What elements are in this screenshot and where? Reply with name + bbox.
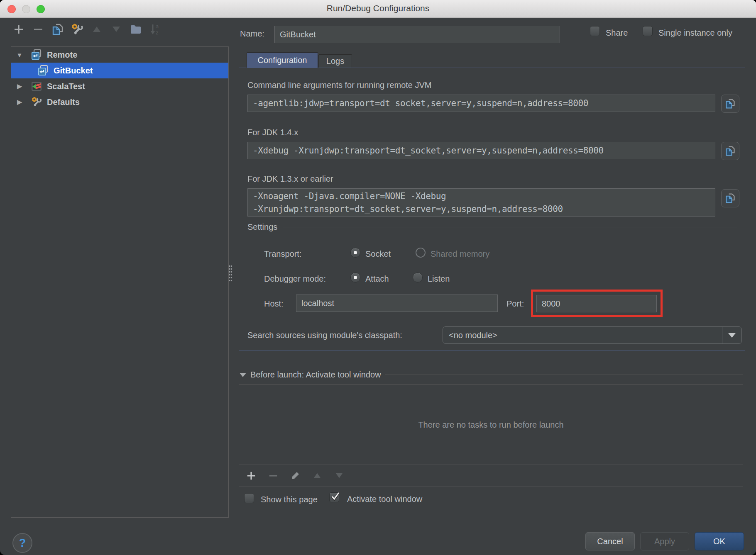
port-highlight-annotation xyxy=(531,290,663,317)
transport-shared-memory-label: Shared memory xyxy=(431,249,489,259)
sort-alphabetically-button[interactable]: a z xyxy=(148,22,162,37)
host-label: Host: xyxy=(264,299,284,309)
jdk13-line1: -Xnoagent -Djava.compiler=NONE -Xdebug xyxy=(253,190,710,203)
share-checkbox[interactable] xyxy=(590,26,600,36)
combo-arrow-button[interactable] xyxy=(722,327,741,343)
host-input[interactable] xyxy=(296,295,498,312)
show-this-page-checkbox[interactable] xyxy=(244,493,254,503)
debugger-listen-radio[interactable] xyxy=(413,273,423,282)
copy-icon xyxy=(725,146,736,156)
search-sources-label: Search sources using module's classpath: xyxy=(247,331,402,340)
jdk13-input[interactable]: -Xnoagent -Djava.compiler=NONE -Xdebug -… xyxy=(247,188,715,217)
arrow-down-icon xyxy=(111,24,122,35)
before-launch-label: Before launch: Activate tool window xyxy=(250,370,381,380)
copy-icon xyxy=(725,98,736,109)
arrow-up-icon xyxy=(91,24,102,35)
activate-tool-window-checkbox[interactable] xyxy=(329,492,339,502)
tree-item-remote[interactable]: ▼ Remote xyxy=(11,47,228,63)
minus-icon xyxy=(268,471,278,481)
copy-icon xyxy=(51,23,64,36)
copy-configuration-button[interactable] xyxy=(51,22,65,37)
tree-item-defaults[interactable]: ▶ Defaults xyxy=(11,94,228,110)
jdk14-label: For JDK 1.4.x xyxy=(247,128,298,137)
transport-socket-label[interactable]: Socket xyxy=(365,249,391,259)
show-this-page-label[interactable]: Show this page xyxy=(261,495,318,504)
cmd-args-input[interactable] xyxy=(247,95,715,112)
cancel-button[interactable]: Cancel xyxy=(585,532,635,550)
pencil-icon xyxy=(290,471,300,481)
move-task-up-button[interactable] xyxy=(312,470,323,481)
question-mark-icon: ? xyxy=(19,537,26,550)
create-folder-button[interactable] xyxy=(129,22,143,37)
minus-icon xyxy=(33,24,44,35)
no-tasks-message: There are no tasks to run before launch xyxy=(239,385,743,465)
add-configuration-button[interactable] xyxy=(12,22,26,37)
name-input[interactable] xyxy=(274,26,560,43)
expand-arrow-icon[interactable]: ▼ xyxy=(16,51,23,58)
title-bar: Run/Debug Configurations xyxy=(0,0,756,18)
configurations-toolbar: a z xyxy=(12,22,162,37)
tab-configuration[interactable]: Configuration xyxy=(247,52,318,68)
activate-tool-window-label[interactable]: Activate tool window xyxy=(347,494,422,504)
single-instance-checkbox[interactable] xyxy=(643,26,653,36)
run-debug-configurations-dialog: Run/Debug Configurations xyxy=(0,0,756,555)
add-task-button[interactable] xyxy=(246,470,257,481)
splitter-handle[interactable] xyxy=(229,265,232,282)
tree-item-label: Defaults xyxy=(47,97,80,107)
copy-to-clipboard-button[interactable] xyxy=(721,95,739,113)
tree-item-label: ScalaTest xyxy=(47,82,85,91)
tab-logs[interactable]: Logs xyxy=(318,54,352,68)
copy-icon xyxy=(725,193,736,204)
section-divider xyxy=(385,375,743,375)
transport-socket-radio[interactable] xyxy=(350,248,360,258)
apply-button[interactable]: Apply xyxy=(640,532,689,550)
section-divider xyxy=(283,227,737,227)
plus-icon xyxy=(13,24,24,35)
transport-shared-memory-radio xyxy=(416,248,426,258)
copy-to-clipboard-button[interactable] xyxy=(721,189,739,207)
checkmark-icon xyxy=(330,492,341,502)
move-up-button[interactable] xyxy=(90,22,104,37)
module-classpath-select[interactable]: <no module> xyxy=(443,326,742,344)
chevron-down-icon xyxy=(728,333,736,338)
chevron-down-icon xyxy=(240,373,246,377)
remove-task-button[interactable] xyxy=(268,470,279,481)
tree-item-label: GitBucket xyxy=(54,66,93,75)
jdk13-line2: -Xrunjdwp:transport=dt_socket,server=y,s… xyxy=(253,203,710,216)
jdk14-input[interactable] xyxy=(247,142,715,159)
edit-task-button[interactable] xyxy=(290,470,301,481)
collapse-arrow-icon[interactable]: ▶ xyxy=(16,83,23,90)
name-label: Name: xyxy=(240,29,264,39)
configuration-panel: Command line arguments for running remot… xyxy=(239,68,745,351)
tree-item-gitbucket[interactable]: GitBucket xyxy=(11,63,228,78)
edit-defaults-button[interactable] xyxy=(70,22,84,37)
help-button[interactable]: ? xyxy=(12,533,32,553)
scalatest-icon xyxy=(30,80,43,92)
module-classpath-value: <no module> xyxy=(443,331,722,340)
before-launch-header[interactable]: Before launch: Activate tool window xyxy=(240,370,743,380)
plus-icon xyxy=(246,471,256,481)
share-label[interactable]: Share xyxy=(606,28,628,38)
debugger-attach-label[interactable]: Attach xyxy=(365,274,389,284)
move-task-down-button[interactable] xyxy=(334,470,345,481)
wrench-gear-icon xyxy=(30,96,43,108)
svg-text:z: z xyxy=(156,29,159,36)
tree-item-scalatest[interactable]: ▶ ScalaTest xyxy=(11,78,228,94)
copy-to-clipboard-button[interactable] xyxy=(721,142,739,160)
settings-section-label: Settings xyxy=(247,222,277,232)
ok-button[interactable]: OK xyxy=(695,532,744,550)
wrench-gear-icon xyxy=(70,22,84,37)
transport-label: Transport: xyxy=(264,249,301,259)
debugger-attach-radio[interactable] xyxy=(350,273,360,282)
single-instance-label[interactable]: Single instance only xyxy=(658,28,732,38)
debugger-mode-label: Debugger mode: xyxy=(264,274,326,284)
tree-item-label: Remote xyxy=(47,50,77,60)
svg-text:a: a xyxy=(156,23,159,29)
configurations-tree: ▼ Remote GitBucket xyxy=(11,46,229,518)
move-down-button[interactable] xyxy=(109,22,123,37)
arrow-down-icon xyxy=(334,471,344,481)
arrow-up-icon xyxy=(312,471,322,481)
collapse-arrow-icon[interactable]: ▶ xyxy=(16,98,23,106)
debugger-listen-label[interactable]: Listen xyxy=(428,274,450,284)
remove-configuration-button[interactable] xyxy=(31,22,45,37)
